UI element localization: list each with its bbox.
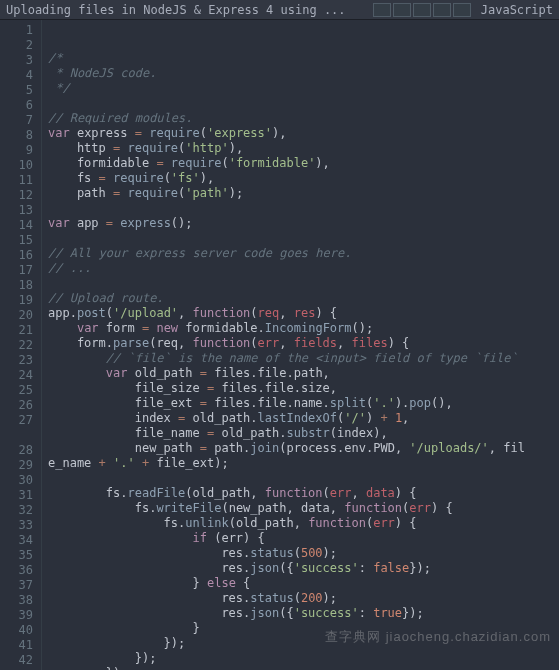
line-number: 1 — [0, 23, 33, 38]
line-number: 20 — [0, 308, 33, 323]
line-number: 2 — [0, 38, 33, 53]
line-number: 36 — [0, 563, 33, 578]
line-number: 10 — [0, 158, 33, 173]
code-line: // `file` is the name of the <input> fie… — [48, 351, 553, 366]
code-line: // Required modules. — [48, 111, 553, 126]
wrap-icon[interactable] — [393, 3, 411, 17]
code-area[interactable]: /* * NodeJS code. */// Required modules.… — [42, 20, 559, 670]
code-line: fs.unlink(old_path, function(err) { — [48, 516, 553, 531]
line-number: 9 — [0, 143, 33, 158]
code-line: res.json({'success': true}); — [48, 606, 553, 621]
header-icons — [373, 3, 471, 17]
code-line: } — [48, 621, 553, 636]
code-line: app.post('/upload', function(req, res) { — [48, 306, 553, 321]
line-number: 11 — [0, 173, 33, 188]
line-number: 13 — [0, 203, 33, 218]
code-line: res.json({'success': false}); — [48, 561, 553, 576]
line-number: 12 — [0, 188, 33, 203]
code-line: http = require('http'), — [48, 141, 553, 156]
line-number: 34 — [0, 533, 33, 548]
line-number: 7 — [0, 113, 33, 128]
code-line: fs = require('fs'), — [48, 171, 553, 186]
line-number: 31 — [0, 488, 33, 503]
line-number: 37 — [0, 578, 33, 593]
code-line — [48, 231, 553, 246]
code-line: res.status(200); — [48, 591, 553, 606]
code-line: index = old_path.lastIndexOf('/') + 1, — [48, 411, 553, 426]
language-label: JavaScript — [481, 3, 553, 17]
line-number: 18 — [0, 278, 33, 293]
line-number: 8 — [0, 128, 33, 143]
line-number: 5 — [0, 83, 33, 98]
code-line: /* — [48, 51, 553, 66]
code-line: fs.readFile(old_path, function(err, data… — [48, 486, 553, 501]
line-number-gutter: 1234567891011121314151617181920212223242… — [0, 20, 42, 670]
line-number: 29 — [0, 458, 33, 473]
line-number: 30 — [0, 473, 33, 488]
code-line: form.parse(req, function(err, fields, fi… — [48, 336, 553, 351]
line-number: 40 — [0, 623, 33, 638]
code-line: }); — [48, 666, 553, 670]
line-number: 35 — [0, 548, 33, 563]
code-line: new_path = path.join(process.env.PWD, '/… — [48, 441, 553, 456]
code-line: var form = new formidable.IncomingForm()… — [48, 321, 553, 336]
line-number: 6 — [0, 98, 33, 113]
collapse-icon[interactable] — [413, 3, 431, 17]
line-number: 21 — [0, 323, 33, 338]
line-number: 32 — [0, 503, 33, 518]
code-line — [48, 201, 553, 216]
code-line: fs.writeFile(new_path, data, function(er… — [48, 501, 553, 516]
code-line — [48, 276, 553, 291]
code-line: path = require('path'); — [48, 186, 553, 201]
line-number: 22 — [0, 338, 33, 353]
line-number: 27 — [0, 413, 33, 428]
line-number: 26 — [0, 398, 33, 413]
code-line: * NodeJS code. — [48, 66, 553, 81]
code-line: file_size = files.file.size, — [48, 381, 553, 396]
line-number: 28 — [0, 443, 33, 458]
code-line: formidable = require('formidable'), — [48, 156, 553, 171]
line-number: 23 — [0, 353, 33, 368]
file-title: Uploading files in NodeJS & Express 4 us… — [6, 3, 367, 17]
line-number: 38 — [0, 593, 33, 608]
code-line: file_name = old_path.substr(index), — [48, 426, 553, 441]
code-line: // All your express server code goes her… — [48, 246, 553, 261]
line-number: 4 — [0, 68, 33, 83]
code-line: e_name + '.' + file_ext); — [48, 456, 553, 471]
view-icon[interactable] — [373, 3, 391, 17]
code-line: var express = require('express'), — [48, 126, 553, 141]
line-number: 14 — [0, 218, 33, 233]
editor-header: Uploading files in NodeJS & Express 4 us… — [0, 0, 559, 20]
code-line: }); — [48, 636, 553, 651]
line-number: 17 — [0, 263, 33, 278]
code-line: if (err) { — [48, 531, 553, 546]
line-number: 41 — [0, 638, 33, 653]
code-line: var app = express(); — [48, 216, 553, 231]
code-line: }); — [48, 651, 553, 666]
line-number: 39 — [0, 608, 33, 623]
line-number: 24 — [0, 368, 33, 383]
line-number: 16 — [0, 248, 33, 263]
code-line: // Upload route. — [48, 291, 553, 306]
code-line: */ — [48, 81, 553, 96]
code-line: } else { — [48, 576, 553, 591]
copy-icon[interactable] — [433, 3, 451, 17]
code-line — [48, 96, 553, 111]
code-line — [48, 471, 553, 486]
line-number: 25 — [0, 383, 33, 398]
line-number: 3 — [0, 53, 33, 68]
line-number: 42 — [0, 653, 33, 668]
line-number: 15 — [0, 233, 33, 248]
code-line: // ... — [48, 261, 553, 276]
code-line: var old_path = files.file.path, — [48, 366, 553, 381]
code-line: file_ext = files.file.name.split('.').po… — [48, 396, 553, 411]
line-number: 33 — [0, 518, 33, 533]
expand-icon[interactable] — [453, 3, 471, 17]
code-editor[interactable]: 1234567891011121314151617181920212223242… — [0, 20, 559, 670]
line-number: 19 — [0, 293, 33, 308]
code-line: res.status(500); — [48, 546, 553, 561]
